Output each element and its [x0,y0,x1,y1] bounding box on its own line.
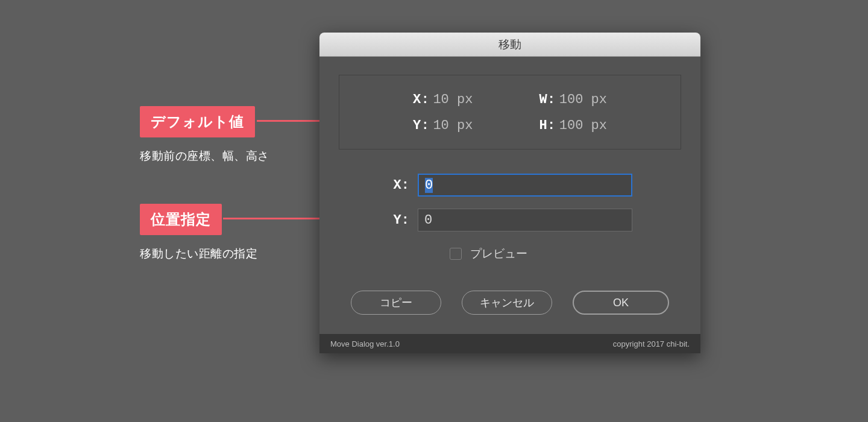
default-y-row: Y: 10 px [413,118,473,133]
copy-button[interactable]: コピー [351,291,441,315]
footer-copyright: copyright 2017 chi-bit. [613,339,690,348]
default-w-label: W: [539,92,555,107]
input-y-row: Y: [388,209,632,231]
input-y-label: Y: [388,213,409,228]
footer-version: Move Dialog ver.1.0 [330,339,400,348]
input-x-field[interactable] [418,174,632,197]
dialog-buttons: コピー キャンセル OK [339,291,681,315]
default-h-label: H: [539,118,555,133]
default-x-label: X: [413,92,429,107]
default-col-wh: W: 100 px H: 100 px [539,92,607,133]
dialog-title: 移動 [498,37,521,52]
default-x-value: 10 px [433,92,473,107]
default-y-label: Y: [413,118,429,133]
default-h-value: 100 px [559,118,607,133]
move-dialog: 移動 X: 10 px Y: 10 px W: 100 px H: [319,33,700,353]
preview-checkbox[interactable] [450,248,462,260]
position-inputs: X: Y: プレビュー [339,174,681,262]
callout-desc: 移動したい距離の指定 [140,246,257,262]
input-x-row: X: [388,174,632,197]
default-w-row: W: 100 px [539,92,607,107]
input-x-label: X: [388,178,409,193]
callout-default-values: デフォルト値 移動前の座標、幅、高さ [140,106,269,164]
default-h-row: H: 100 px [539,118,607,133]
preview-row: プレビュー [370,246,527,262]
default-values-box: X: 10 px Y: 10 px W: 100 px H: 100 px [339,75,681,150]
default-y-value: 10 px [433,118,473,133]
dialog-body: X: 10 px Y: 10 px W: 100 px H: 100 px [319,57,700,334]
default-x-row: X: 10 px [413,92,473,107]
callout-tag: デフォルト値 [140,106,255,137]
callout-position: 位置指定 移動したい距離の指定 [140,204,257,262]
dialog-titlebar[interactable]: 移動 [319,33,700,57]
cancel-button-label: キャンセル [480,295,534,310]
preview-label: プレビュー [470,246,527,262]
dialog-footer: Move Dialog ver.1.0 copyright 2017 chi-b… [319,334,700,353]
default-col-xy: X: 10 px Y: 10 px [413,92,473,133]
ok-button-label: OK [613,297,629,309]
cancel-button[interactable]: キャンセル [462,291,552,315]
default-w-value: 100 px [559,92,607,107]
callout-tag: 位置指定 [140,204,222,235]
copy-button-label: コピー [380,295,412,310]
callout-desc: 移動前の座標、幅、高さ [140,148,269,164]
ok-button[interactable]: OK [573,291,669,315]
input-y-field[interactable] [418,209,632,231]
